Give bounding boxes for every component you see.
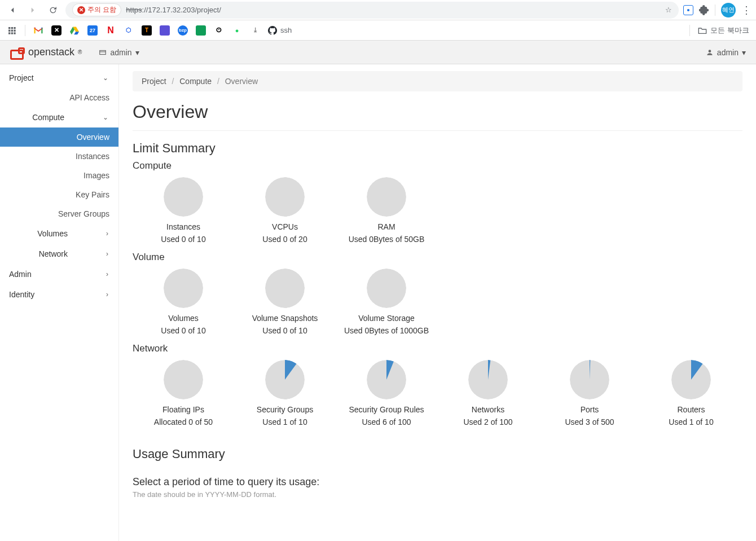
breadcrumb-project[interactable]: Project <box>142 77 166 86</box>
quota-usage-text: Used 3 of 500 <box>539 417 640 426</box>
quota-label: Routers <box>640 405 742 414</box>
quota-item: Volume SnapshotsUsed 0 of 10 <box>234 269 336 338</box>
quota-row-network: Floating IPsAllocated 0 of 50Security Gr… <box>133 360 742 430</box>
quota-label: Security Groups <box>234 405 336 414</box>
quota-pie <box>164 360 203 399</box>
profile-avatar[interactable]: 혜연 <box>721 3 736 17</box>
bookmark-icon[interactable] <box>160 25 170 36</box>
drive-bookmark-icon[interactable] <box>69 25 80 36</box>
limit-summary-heading: Limit Summary <box>133 141 742 156</box>
quota-label: Floating IPs <box>133 405 234 414</box>
quota-usage-text: Used 6 of 100 <box>336 417 437 426</box>
user-icon <box>706 49 714 56</box>
sidebar-compute[interactable]: Compute ⌄ <box>0 107 118 127</box>
chevron-right-icon: › <box>106 250 108 258</box>
svg-rect-2 <box>11 27 13 29</box>
svg-rect-3 <box>14 27 15 29</box>
sidebar-identity[interactable]: Identity › <box>0 284 118 305</box>
netflix-bookmark-icon[interactable]: N <box>106 25 116 36</box>
sheets-bookmark-icon[interactable] <box>196 25 206 36</box>
sidebar-key-pairs[interactable]: Key Pairs <box>0 185 118 204</box>
svg-rect-1 <box>8 27 10 29</box>
back-button[interactable] <box>5 2 20 18</box>
sidebar-server-groups[interactable]: Server Groups <box>0 204 118 223</box>
sidebar-instances[interactable]: Instances <box>0 147 118 166</box>
sidebar-project[interactable]: Project ⌄ <box>0 68 118 88</box>
quota-pie <box>468 360 508 399</box>
quota-item: Floating IPsAllocated 0 of 50 <box>133 360 234 430</box>
openstack-logo-icon <box>10 46 25 59</box>
svg-point-15 <box>367 177 406 217</box>
sidebar: Project ⌄ API Access Compute ⌄ Overview … <box>0 64 119 541</box>
divider <box>25 25 25 36</box>
svg-rect-4 <box>8 29 10 31</box>
quota-pie <box>265 269 305 308</box>
quota-pie <box>367 360 406 399</box>
svg-point-17 <box>265 269 305 308</box>
svg-rect-8 <box>11 32 13 34</box>
divider <box>689 25 690 36</box>
gmail-bookmark-icon[interactable] <box>33 25 43 36</box>
extensions-icon[interactable] <box>699 5 709 15</box>
quota-pie <box>367 269 406 308</box>
sidebar-images[interactable]: Images <box>0 166 118 185</box>
quota-usage-text: Allocated 0 of 50 <box>133 417 234 426</box>
bookmark-icon[interactable]: ⬡ <box>124 25 134 36</box>
svg-point-12 <box>709 50 711 52</box>
svg-point-0 <box>687 8 689 11</box>
screenshot-icon[interactable] <box>683 5 693 15</box>
github-bookmark[interactable]: ssh <box>268 26 292 35</box>
bookmark-icon[interactable]: ● <box>232 25 242 36</box>
main-content: Project / Compute / Overview Overview Li… <box>119 64 756 541</box>
openstack-logo[interactable]: openstack® <box>10 46 82 59</box>
sidebar-api-access[interactable]: API Access <box>0 88 118 107</box>
quota-item: VolumesUsed 0 of 10 <box>133 269 234 338</box>
chevron-down-icon: ⌄ <box>103 74 108 82</box>
caret-down-icon: ▾ <box>742 48 746 57</box>
svg-point-16 <box>164 269 203 308</box>
calendar-bookmark-icon[interactable]: 27 <box>87 25 98 36</box>
all-bookmarks-folder[interactable]: 모든 북마크 <box>698 25 749 36</box>
quota-label: RAM <box>336 222 437 231</box>
bookmark-icon[interactable]: ⤓ <box>250 25 260 36</box>
menu-icon[interactable]: ⋮ <box>741 4 751 16</box>
quota-pie <box>367 177 406 217</box>
quota-row-compute: InstancesUsed 0 of 10VCPUsUsed 0 of 20RA… <box>133 177 742 247</box>
star-icon[interactable]: ☆ <box>665 6 672 14</box>
quota-item: InstancesUsed 0 of 10 <box>133 177 234 247</box>
quota-pie <box>164 177 203 217</box>
usage-date-note: The date should be in YYYY-MM-DD format. <box>133 490 742 499</box>
warning-text: 주의 요함 <box>87 5 116 15</box>
sidebar-network[interactable]: Network › <box>0 244 118 264</box>
security-warning-chip[interactable]: ✕ 주의 요함 <box>72 3 121 16</box>
quota-item: Security Group RulesUsed 6 of 100 <box>336 360 437 430</box>
caret-down-icon: ▾ <box>135 48 139 57</box>
user-menu[interactable]: admin ▾ <box>706 48 746 57</box>
project-selector[interactable]: admin ▾ <box>99 48 139 57</box>
quota-pie <box>671 360 711 399</box>
quota-label: Volume Snapshots <box>234 314 336 323</box>
sidebar-overview[interactable]: Overview <box>0 127 118 147</box>
svg-rect-10 <box>100 50 106 54</box>
page-title: Overview <box>133 102 742 131</box>
svg-point-18 <box>367 269 406 308</box>
bookmark-icon[interactable]: ✕ <box>51 25 61 36</box>
chevron-right-icon: › <box>106 230 108 237</box>
bookmark-icon[interactable]: bzp <box>178 25 188 36</box>
bookmark-icon[interactable]: T <box>142 25 152 36</box>
breadcrumb-compute[interactable]: Compute <box>179 77 212 86</box>
reload-button[interactable] <box>45 2 61 18</box>
forward-button[interactable] <box>25 2 41 18</box>
usage-period-label: Select a period of time to query its usa… <box>133 476 742 488</box>
quota-item: VCPUsUsed 0 of 20 <box>234 177 336 247</box>
sidebar-admin[interactable]: Admin › <box>0 264 118 284</box>
bookmark-icon[interactable]: ⵙ <box>214 25 224 36</box>
quota-label: Volumes <box>133 314 234 323</box>
sidebar-volumes[interactable]: Volumes › <box>0 223 118 244</box>
apps-icon[interactable] <box>7 25 17 36</box>
quota-item: RAMUsed 0Bytes of 50GB <box>336 177 437 247</box>
chevron-down-icon: ⌄ <box>103 113 108 121</box>
divider <box>715 5 715 16</box>
quota-usage-text: Used 0Bytes of 1000GB <box>336 326 437 335</box>
url-bar[interactable]: ✕ 주의 요함 https://172.17.32.203/project/ ☆ <box>65 2 679 19</box>
